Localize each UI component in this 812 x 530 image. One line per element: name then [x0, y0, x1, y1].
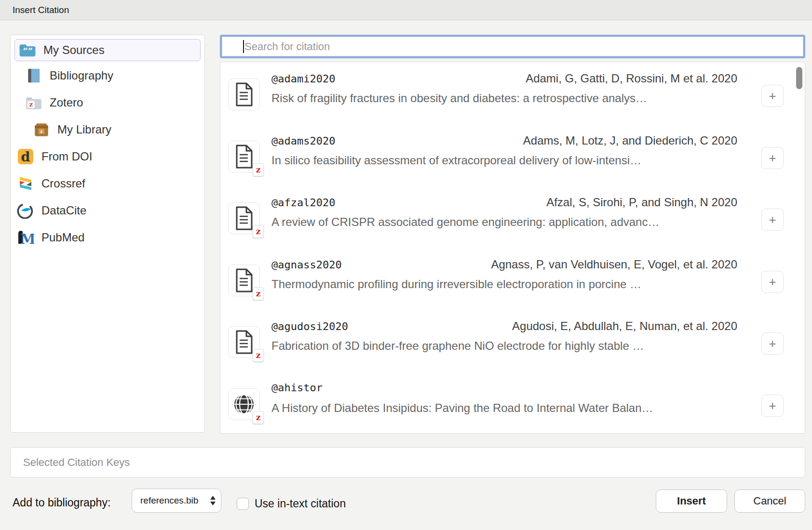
- citation-key: @adami2020: [271, 73, 335, 85]
- sidebar-item-zotero[interactable]: z Zotero: [11, 89, 204, 116]
- document-icon: [233, 268, 255, 293]
- bibliography-file-select[interactable]: references.bib: [132, 489, 221, 513]
- use-in-text-citation-label: Use in-text citation: [255, 497, 346, 510]
- citation-icon-box: z: [228, 326, 260, 358]
- citation-icon-box: z: [228, 141, 260, 172]
- document-icon: [233, 330, 255, 355]
- dialog-title: Insert Citation: [13, 5, 69, 15]
- sidebar-item-my-library[interactable]: z My Library: [11, 116, 204, 143]
- text-caret: [243, 40, 244, 53]
- sidebar-item-my-sources[interactable]: ”” My Sources: [14, 39, 201, 61]
- search-input[interactable]: [244, 37, 803, 56]
- search-icon: [227, 41, 239, 53]
- citation-row[interactable]: z @afzal2020 Afzal, S, Sirohi, P, and Si…: [220, 189, 805, 251]
- selected-citation-keys-field[interactable]: Selected Citation Keys: [10, 447, 805, 477]
- insert-button[interactable]: Insert: [656, 490, 727, 513]
- add-citation-button[interactable]: +: [761, 332, 784, 355]
- citation-icon-box: z: [228, 265, 260, 296]
- sidebar-item-pubmed[interactable]: M PubMed: [11, 224, 204, 251]
- selected-keys-placeholder: Selected Citation Keys: [23, 456, 130, 469]
- svg-text:d: d: [21, 149, 30, 164]
- add-citation-button[interactable]: +: [761, 147, 784, 169]
- document-icon: [233, 144, 255, 169]
- add-citation-button[interactable]: +: [761, 85, 784, 107]
- citation-authors: Adams, M, Lotz, J, and Diederich, C 2020: [523, 134, 737, 147]
- citation-icon-box: z: [228, 388, 260, 420]
- zotero-folder-icon: z: [25, 94, 42, 111]
- citation-authors: Agudosi, E, Abdullah, E, Numan, et al. 2…: [512, 319, 737, 333]
- sidebar-list: ”” My Sources Bibliography z Zotero z My…: [11, 39, 204, 251]
- citation-title: Fabrication of 3D binder-free graphene N…: [271, 339, 737, 353]
- svg-text:””: ””: [23, 46, 33, 56]
- sidebar-item-bibliography[interactable]: Bibliography: [11, 62, 204, 89]
- add-citation-button[interactable]: +: [761, 209, 784, 231]
- add-citation-button[interactable]: +: [761, 271, 784, 293]
- add-citation-button[interactable]: +: [761, 395, 784, 417]
- use-in-text-citation-checkbox[interactable]: [237, 498, 249, 510]
- dialog-titlebar: Insert Citation: [0, 0, 812, 20]
- globe-icon: [233, 392, 255, 417]
- citation-icon-box: z: [228, 202, 260, 234]
- document-icon: [233, 82, 255, 107]
- bibliography-file-value: references.bib: [140, 495, 198, 506]
- citation-row[interactable]: @adami2020 Adami, G, Gatti, D, Rossini, …: [220, 65, 805, 127]
- zotero-badge-icon: z: [253, 349, 264, 362]
- datacite-icon: [17, 202, 34, 219]
- citation-key: @agnass2020: [271, 259, 342, 271]
- citation-title: In silico feasibility assessment of extr…: [271, 154, 737, 167]
- citation-key: @afzal2020: [271, 197, 335, 209]
- citation-title: Thermodynamic profiling during irreversi…: [271, 278, 737, 291]
- sidebar-item-crossref[interactable]: Crossref: [11, 170, 204, 197]
- scrollbar-thumb[interactable]: [796, 67, 802, 89]
- sidebar-item-from-doi[interactable]: d From DOI: [11, 143, 204, 170]
- pubmed-icon: M: [17, 229, 34, 246]
- book-icon: [25, 67, 42, 84]
- cancel-button[interactable]: Cancel: [734, 490, 805, 513]
- citation-row[interactable]: z @agudosi2020 Agudosi, E, Abdullah, E, …: [220, 313, 805, 375]
- citation-authors: Afzal, S, Sirohi, P, and Singh, N 2020: [546, 196, 737, 209]
- document-icon: [233, 206, 255, 231]
- zotero-badge-icon: z: [253, 287, 264, 300]
- citation-key: @ahistor: [271, 382, 323, 394]
- sources-sidebar: ”” My Sources Bibliography z Zotero z My…: [10, 35, 205, 433]
- svg-text:M: M: [21, 231, 35, 246]
- citation-key: @agudosi2020: [271, 320, 348, 332]
- search-box[interactable]: [220, 35, 805, 58]
- zotero-box-icon: z: [33, 121, 50, 138]
- citation-row[interactable]: z @agnass2020 Agnass, P, van Veldhuisen,…: [220, 251, 805, 313]
- sources-folder-icon: ””: [19, 42, 36, 58]
- citation-list: @adami2020 Adami, G, Gatti, D, Rossini, …: [220, 62, 805, 434]
- citation-icon-box: [228, 79, 260, 110]
- select-arrows-icon: [210, 495, 216, 506]
- zotero-badge-icon: z: [253, 411, 264, 424]
- zotero-badge-icon: z: [253, 163, 264, 176]
- svg-text:z: z: [41, 129, 43, 134]
- citation-authors: Adami, G, Gatti, D, Rossini, M et al. 20…: [526, 72, 737, 85]
- citation-rows: @adami2020 Adami, G, Gatti, D, Rossini, …: [220, 62, 805, 434]
- citation-authors: Agnass, P, van Veldhuisen, E, Vogel, et …: [491, 258, 737, 271]
- citation-title: A review of CRISPR associated genome eng…: [271, 215, 737, 229]
- sidebar-item-datacite[interactable]: DataCite: [11, 197, 204, 224]
- citation-title: Risk of fragility fractures in obesity a…: [271, 92, 737, 105]
- add-to-bibliography-label: Add to bibliography:: [13, 496, 110, 509]
- citation-row[interactable]: z @adams2020 Adams, M, Lotz, J, and Died…: [220, 127, 805, 189]
- zotero-badge-icon: z: [253, 225, 264, 238]
- svg-text:z: z: [29, 100, 33, 108]
- citation-title: A History of Diabetes Insipidus: Paving …: [271, 401, 737, 415]
- doi-icon: d: [17, 148, 34, 165]
- citation-key: @adams2020: [271, 135, 335, 147]
- crossref-icon: [17, 175, 34, 192]
- citation-row[interactable]: z @ahistor A History of Diabetes Insipid…: [220, 375, 805, 434]
